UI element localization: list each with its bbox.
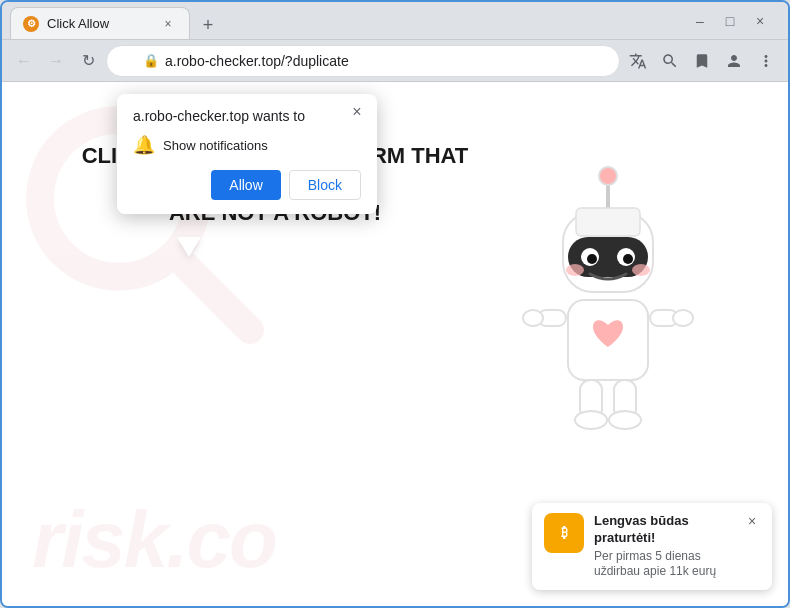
window-close-button[interactable]: × (748, 9, 772, 33)
block-button[interactable]: Block (289, 170, 361, 200)
svg-rect-5 (576, 208, 640, 236)
refresh-button[interactable]: ↻ (74, 47, 102, 75)
notification-popup: a.robo-checker.top wants to × 🔔 Show not… (117, 94, 377, 214)
popup-buttons: Allow Block (133, 170, 361, 200)
watermark-text: risk.co (32, 494, 276, 586)
svg-point-13 (566, 264, 584, 276)
popup-notification-row: 🔔 Show notifications (133, 134, 361, 156)
toast-title: Lengvas būdas praturtėti! (594, 513, 734, 547)
bookmark-icon-button[interactable] (688, 47, 716, 75)
svg-point-19 (673, 310, 693, 326)
svg-point-18 (523, 310, 543, 326)
address-actions (624, 47, 780, 75)
search-icon-button[interactable] (656, 47, 684, 75)
tab-favicon: ⚙ (23, 16, 39, 32)
svg-text:₿: ₿ (561, 525, 568, 540)
window-controls: – □ × (680, 9, 780, 33)
toast-close-button[interactable]: × (744, 513, 760, 529)
toast-notification: ₿ Lengvas būdas praturtėti! Per pirmas 5… (532, 503, 772, 590)
popup-notification-text: Show notifications (163, 138, 268, 153)
translate-icon-button[interactable] (624, 47, 652, 75)
tab-area: ⚙ Click Allow × + (10, 2, 680, 39)
robot-character (508, 162, 738, 466)
browser-window: ⚙ Click Allow × + – □ × ← → ↻ 🔒 a.robo-c… (0, 0, 790, 608)
toast-content: Lengvas būdas praturtėti! Per pirmas 5 d… (594, 513, 734, 580)
menu-icon-button[interactable] (752, 47, 780, 75)
forward-button[interactable]: → (42, 47, 70, 75)
title-bar: ⚙ Click Allow × + – □ × (2, 2, 788, 40)
svg-point-12 (623, 254, 633, 264)
url-text: a.robo-checker.top/?duplicate (165, 53, 349, 69)
address-input-box[interactable]: 🔒 a.robo-checker.top/?duplicate (106, 45, 620, 77)
back-button[interactable]: ← (10, 47, 38, 75)
allow-button[interactable]: Allow (211, 170, 280, 200)
profile-icon-button[interactable] (720, 47, 748, 75)
svg-point-14 (632, 264, 650, 276)
address-bar: ← → ↻ 🔒 a.robo-checker.top/?duplicate (2, 40, 788, 82)
popup-title: a.robo-checker.top wants to (133, 108, 361, 124)
browser-tab[interactable]: ⚙ Click Allow × (10, 7, 190, 39)
svg-point-3 (599, 167, 617, 185)
tab-close-button[interactable]: × (159, 15, 177, 33)
speech-bubble-tail (177, 237, 197, 267)
page-content: risk.co a.robo-checker.top wants to × 🔔 … (2, 82, 788, 606)
svg-point-11 (587, 254, 597, 264)
svg-point-22 (575, 411, 607, 429)
tab-title: Click Allow (47, 16, 109, 31)
popup-close-button[interactable]: × (347, 102, 367, 122)
toast-body: Per pirmas 5 dienas uždirbau apie 11k eu… (594, 549, 734, 580)
window-minimize-button[interactable]: – (688, 9, 712, 33)
toast-icon: ₿ (544, 513, 584, 553)
bell-icon: 🔔 (133, 134, 155, 156)
lock-icon: 🔒 (143, 53, 159, 68)
new-tab-button[interactable]: + (194, 11, 222, 39)
window-maximize-button[interactable]: □ (718, 9, 742, 33)
svg-point-23 (609, 411, 641, 429)
